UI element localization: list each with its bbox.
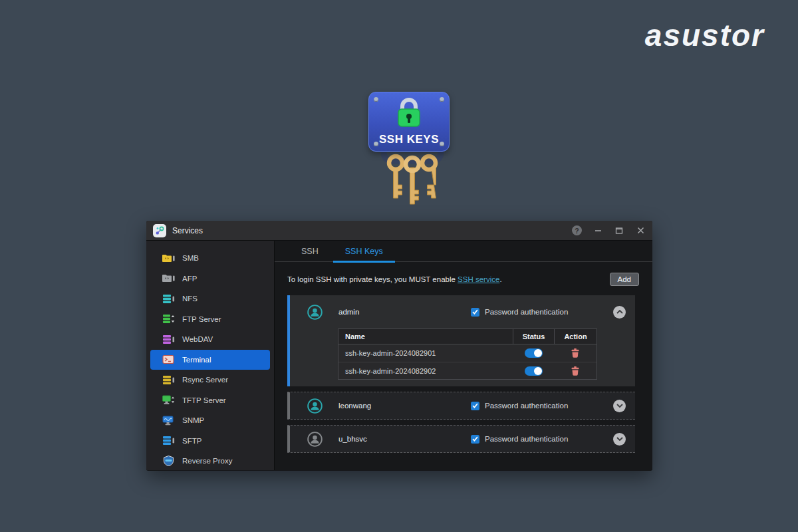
sidebar-item-terminal[interactable]: Terminal [150, 350, 270, 370]
user-sections: admin Password authentication [275, 294, 652, 453]
ssh-service-link[interactable]: SSH service [458, 275, 499, 283]
notice-before: To login SSH with private keys, you MUST… [287, 275, 458, 283]
window-titlebar: Services ? [146, 221, 652, 241]
notice-after: . [499, 275, 501, 283]
password-auth-label: Password authentication [485, 308, 568, 316]
tftp-server-icon [162, 395, 176, 406]
expand-button[interactable] [613, 433, 626, 446]
sidebar-item-afp[interactable]: AFP [150, 269, 270, 289]
close-icon[interactable] [635, 225, 646, 236]
ssh-keys-hero-graphic: SSH KEYS [359, 86, 466, 209]
user-section-leonwang[interactable]: leonwang Password authentication [287, 392, 635, 420]
password-auth-label: Password authentication [485, 402, 568, 410]
password-auth-checkbox[interactable] [471, 435, 479, 444]
tab-ssh[interactable]: SSH [295, 241, 325, 261]
user-section-u-bhsvc[interactable]: u_bhsvc Password authentication [287, 425, 635, 453]
user-section-admin: admin Password authentication [287, 295, 635, 386]
trash-icon [571, 366, 579, 376]
window-controls: ? [572, 225, 646, 236]
password-auth-group: Password authentication [471, 402, 568, 410]
sidebar-item-label: NFS [182, 295, 198, 303]
sftp-server-icon [162, 436, 176, 446]
sidebar-item-label: SMB [182, 254, 199, 262]
notice-row: To login SSH with private keys, you MUST… [275, 262, 652, 294]
delete-key-button[interactable] [571, 366, 579, 376]
sidebar-item-ftp-server[interactable]: FTP Server [150, 309, 270, 330]
maximize-icon[interactable] [614, 225, 624, 236]
user-avatar-icon [307, 305, 323, 320]
expand-button[interactable] [613, 400, 626, 412]
checkmark-icon [472, 309, 478, 315]
user-header-admin[interactable]: admin Password authentication [287, 295, 635, 329]
sidebar-item-webdav[interactable]: WebDAV [150, 329, 270, 350]
header-status: Status [513, 329, 554, 344]
user-avatar-icon [307, 432, 323, 447]
nfs-server-icon [162, 293, 176, 304]
sidebar-item-label: Reverse Proxy [182, 457, 232, 465]
password-auth-checkbox[interactable] [471, 402, 479, 410]
services-window: Services ? [146, 221, 652, 471]
golden-keys-icon [366, 146, 459, 209]
user-name: admin [338, 308, 359, 316]
services-app-icon [153, 224, 166, 237]
sidebar-item-rsync-server[interactable]: Rsync Server [150, 370, 270, 390]
header-action: Action [554, 329, 597, 344]
status-toggle[interactable] [525, 348, 543, 358]
toggle-knob [534, 349, 542, 357]
ssh-key-table: Name Status Action ssh-key-admin-2024082… [338, 329, 597, 380]
chevron-up-icon [616, 310, 623, 314]
notice-text: To login SSH with private keys, you MUST… [287, 275, 502, 283]
sidebar-item-label: Rsync Server [182, 376, 228, 384]
minimize-icon[interactable] [593, 225, 603, 236]
checkmark-icon [472, 436, 478, 442]
afp-folder-icon [162, 273, 176, 284]
screw-icon [374, 97, 378, 102]
key-name: ssh-key-admin-2024082902 [338, 367, 513, 375]
window-title: Services [172, 226, 203, 235]
user-name: u_bhsvc [338, 435, 367, 443]
tab-bar: SSH SSH Keys [275, 241, 652, 262]
rsync-server-icon [162, 374, 176, 385]
sidebar-item-label: SFTP [182, 437, 201, 445]
sidebar-item-smb[interactable]: SMB [150, 248, 270, 269]
accent-bar [287, 392, 290, 419]
table-header: Name Status Action [338, 329, 597, 344]
sidebar-item-snmp[interactable]: SNMP [150, 410, 270, 431]
help-icon[interactable]: ? [572, 225, 582, 235]
hero-title: SSH KEYS [369, 133, 449, 146]
tab-ssh-keys[interactable]: SSH Keys [338, 241, 390, 261]
collapse-button[interactable] [613, 306, 626, 319]
trash-icon [571, 348, 579, 358]
snmp-monitor-icon [162, 415, 176, 426]
webdav-server-icon [162, 334, 176, 344]
password-auth-group: Password authentication [471, 435, 568, 444]
ssh-keys-plate: SSH KEYS [368, 92, 450, 152]
sidebar-item-label: TFTP Server [182, 396, 226, 404]
page: asustor [0, 0, 798, 532]
sidebar-item-nfs[interactable]: NFS [150, 289, 270, 309]
screw-icon [440, 97, 444, 102]
main-content: SSH SSH Keys To login SSH with private k… [275, 241, 652, 470]
delete-key-button[interactable] [571, 348, 579, 358]
chevron-down-icon [616, 404, 623, 408]
table-row: ssh-key-admin-2024082902 [338, 362, 597, 379]
padlock-icon [393, 96, 425, 128]
sidebar-item-label: Terminal [182, 356, 211, 364]
password-auth-checkbox[interactable] [471, 308, 479, 317]
accent-bar [287, 426, 290, 452]
add-button[interactable]: Add [610, 273, 639, 286]
password-auth-group: Password authentication [471, 308, 568, 317]
sidebar-item-sftp[interactable]: SFTP [150, 431, 270, 452]
checkmark-icon [472, 403, 478, 408]
ftp-server-icon [162, 314, 176, 325]
terminal-icon [162, 354, 176, 365]
status-toggle[interactable] [525, 366, 543, 376]
reverse-proxy-shield-icon [162, 456, 176, 466]
sidebar-item-tftp-server[interactable]: TFTP Server [150, 390, 270, 411]
toggle-knob [534, 367, 542, 375]
password-auth-label: Password authentication [485, 435, 568, 443]
sidebar: SMB AFP NFS [146, 241, 275, 470]
header-name: Name [338, 332, 513, 340]
table-row: ssh-key-admin-2024082901 [338, 344, 597, 362]
sidebar-item-reverse-proxy[interactable]: Reverse Proxy [150, 451, 270, 471]
